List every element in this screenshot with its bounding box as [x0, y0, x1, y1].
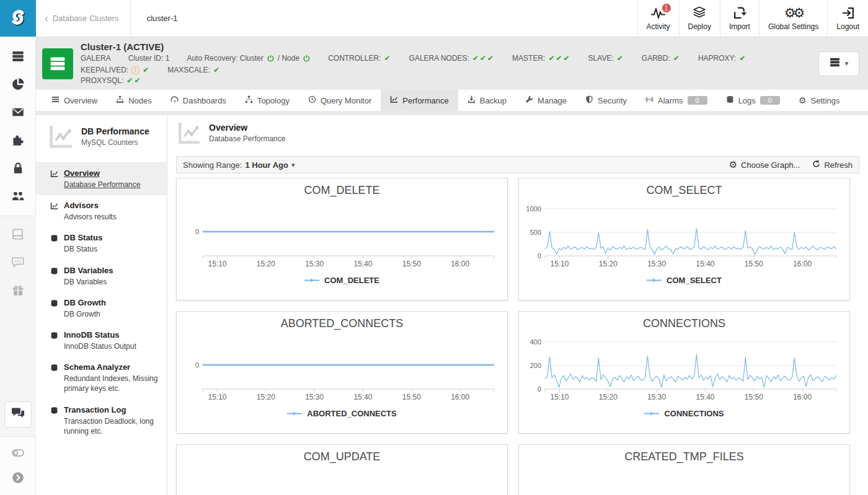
submenu-item-subtitle: DB Variables: [64, 277, 113, 287]
chart-title: ABORTED_CONNECTS: [177, 312, 507, 330]
showing-range-label: Showing Range:: [183, 160, 242, 170]
sidebar-toggle-button[interactable]: [0, 442, 36, 467]
submenu-item-transaction-log[interactable]: Transaction LogTransaction Deadlock, lon…: [36, 400, 167, 442]
tab-backup[interactable]: Backup: [458, 90, 516, 111]
support-chat-button[interactable]: [4, 401, 32, 427]
cluster-tab-bar: OverviewNodesDashboardsTopologyQuery Mon…: [36, 90, 868, 111]
submenu-header-text: DB PerformanceMySQL Counters: [81, 125, 149, 147]
global-settings-button[interactable]: ⚙⚙Global Settings: [759, 0, 827, 37]
server-list-icon: [830, 57, 840, 70]
activity-button[interactable]: 1Activity: [637, 0, 679, 37]
choose-graph-label: Choose Graph...: [741, 160, 800, 170]
svg-text:15:30: 15:30: [647, 260, 666, 268]
db-icon: [50, 266, 58, 287]
tab-manage[interactable]: Manage: [516, 90, 576, 111]
tab-settings[interactable]: ⚙Settings: [789, 90, 849, 111]
sidebar-item-whats-new[interactable]: [0, 277, 36, 305]
cluster-info: Cluster-1 (ACTIVE) GALERACluster ID: 1Au…: [81, 42, 811, 86]
status-master: MASTER:✔✔✔: [512, 53, 571, 64]
sidebar-item-integrations[interactable]: [0, 127, 36, 155]
submenu-subtitle: MySQL Counters: [81, 138, 149, 147]
submenu-item-advisors[interactable]: AdvisorsAdvisors results: [36, 195, 167, 227]
submenu-item-title: InnoDB Status: [64, 330, 136, 339]
status-label: HAPROXY:: [698, 53, 736, 64]
status-label: MASTER:: [512, 53, 545, 64]
status-label: CONTROLLER:: [328, 53, 381, 64]
submenu-item-text: Schema AnalyzerRedundant Indexes, Missin…: [64, 362, 158, 393]
submenu-item-overview[interactable]: OverviewDatabase Performance: [36, 163, 167, 195]
tab-nodes[interactable]: Nodes: [107, 90, 161, 111]
tab-badge: 0: [688, 96, 707, 105]
email-icon: [12, 106, 24, 121]
svg-text:15:50: 15:50: [745, 393, 763, 401]
sidebar-item-key-management[interactable]: [0, 155, 36, 183]
sidebar-item-email-notifications[interactable]: [0, 99, 36, 127]
tab-logs[interactable]: Logs0: [717, 90, 789, 111]
db-icon: [50, 362, 58, 393]
sidebar-item-user-management[interactable]: [0, 183, 36, 211]
chart-title: CREATED_TMP_FILES: [519, 445, 849, 463]
logout-label: Logout: [836, 22, 859, 31]
sidebar-item-feedback[interactable]: [0, 249, 36, 277]
overview-graph-icon: [176, 121, 201, 149]
sidebar-item-documentation[interactable]: [0, 221, 36, 249]
sidebar-item-clusters[interactable]: [0, 43, 36, 71]
submenu-item-title: DB Variables: [64, 266, 113, 275]
submenu-item-text: DB StatusDB Status: [64, 233, 102, 254]
chart-legend: CONNECTIONS: [519, 409, 849, 418]
legend-marker-icon: [304, 276, 319, 285]
cluster-actions-dropdown[interactable]: ▾: [818, 51, 859, 76]
svg-text:15:10: 15:10: [208, 260, 226, 268]
svg-text:15:40: 15:40: [353, 260, 372, 268]
import-button[interactable]: Import: [720, 0, 759, 37]
import-icon: [732, 6, 747, 20]
submenu-item-subtitle: InnoDB Status Output: [64, 341, 136, 351]
choose-graph-button[interactable]: ⚙ Choose Graph...: [729, 159, 800, 170]
submenu-item-subtitle: DB Status: [64, 244, 102, 254]
submenu-item-schema-analyzer[interactable]: Schema AnalyzerRedundant Indexes, Missin…: [36, 357, 167, 399]
deploy-button[interactable]: Deploy: [679, 0, 720, 37]
breadcrumb-back[interactable]: ‹ Database Clusters: [36, 0, 130, 37]
app-logo[interactable]: [0, 0, 36, 37]
logout-button[interactable]: Logout: [827, 0, 868, 37]
deploy-icon: [692, 6, 707, 20]
tab-label: Query Monitor: [321, 96, 371, 105]
refresh-icon: [812, 160, 820, 170]
refresh-button[interactable]: Refresh: [812, 160, 852, 170]
chart-aborted_connects: ABORTED_CONNECTS015:1015:2015:3015:4015:…: [176, 311, 508, 434]
showing-range-dropdown[interactable]: Showing Range: 1 Hour Ago ▾: [183, 160, 295, 170]
svg-text:0: 0: [195, 228, 199, 235]
refresh-label: Refresh: [824, 160, 852, 170]
tab-security[interactable]: Security: [576, 90, 636, 111]
toolbar-right: ⚙ Choose Graph... Refresh: [729, 159, 852, 170]
tab-topology[interactable]: Topology: [236, 90, 299, 111]
list-icon: [51, 95, 60, 105]
submenu-item-title: Transaction Log: [64, 405, 158, 414]
status-maxscale: MAXSCALE:✔: [167, 65, 221, 76]
documentation-icon: [12, 228, 24, 243]
submenu-item-title: DB Status: [64, 233, 102, 242]
tab-performance[interactable]: Performance: [381, 90, 458, 111]
sidebar-footer: [0, 436, 36, 495]
graph-icon: [50, 169, 58, 190]
cluster-meta-row-1: GALERACluster ID: 1Auto Recovery: Cluste…: [81, 53, 811, 76]
tab-overview[interactable]: Overview: [42, 90, 107, 111]
submenu-item-db-growth[interactable]: DB GrowthDB Growth: [36, 292, 167, 325]
submenu-item-subtitle: Advisors results: [64, 212, 117, 222]
logout-icon: [841, 6, 856, 20]
submenu-item-db-status[interactable]: DB StatusDB Status: [36, 227, 167, 260]
sidebar-item-reports[interactable]: [0, 71, 36, 99]
svg-text:1000: 1000: [526, 205, 541, 212]
submenu-item-db-variables[interactable]: DB VariablesDB Variables: [36, 260, 167, 292]
tab-query-monitor[interactable]: Query Monitor: [299, 90, 381, 111]
check-icon: ✔✔✔: [548, 53, 570, 64]
submenu-item-innodb-status[interactable]: InnoDB StatusInnoDB Status Output: [36, 325, 167, 357]
status-garbd: GARBD:✔: [642, 53, 681, 64]
expand-button[interactable]: [0, 467, 36, 491]
power-icon: [267, 55, 275, 63]
user-management-icon: [12, 190, 24, 204]
tab-dashboards[interactable]: Dashboards: [161, 90, 236, 111]
chart-created_tmp_files: CREATED_TMP_FILES015:1015:2015:3015:4015…: [518, 444, 850, 495]
tab-alarms[interactable]: Alarms0: [636, 90, 717, 111]
submenu-item-subtitle: Redundant Indexes, Missing primary keys …: [64, 374, 158, 393]
